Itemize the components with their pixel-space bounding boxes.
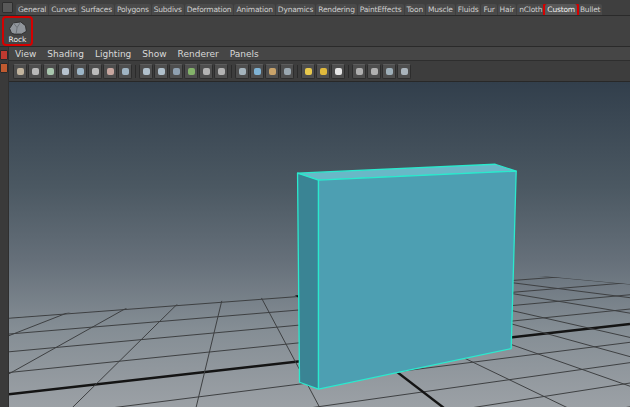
rock-icon [8,21,28,35]
field-chart-icon-glyph [188,68,195,75]
camera-attributes-icon[interactable] [43,64,57,79]
toolbar-separator [348,65,349,78]
shelf-tabs: GeneralCurvesSurfacesPolygonsSubdivsDefo… [16,4,630,15]
shelf-tab-hair[interactable]: Hair [498,4,517,15]
image-plane-icon[interactable] [73,64,87,79]
isolate-select-icon[interactable] [397,64,411,79]
shelf-tab-custom[interactable]: Custom [545,4,577,15]
select-camera-icon[interactable] [13,64,27,79]
shelf-tab-dynamics[interactable]: Dynamics [276,4,315,15]
shelf-tab-painteffects[interactable]: PaintEffects [358,4,404,15]
grid-icon[interactable] [118,64,132,79]
wireframe-icon-glyph [239,68,246,75]
film-gate-icon-glyph [143,68,150,75]
panel-menu-lighting[interactable]: Lighting [95,49,131,59]
shelf-item-label: Rock [9,35,27,44]
shelf-tab-fluids[interactable]: Fluids [456,4,481,15]
toolbar-separator [135,65,136,78]
shelf-tab-fur[interactable]: Fur [481,4,496,15]
gate-mask-icon[interactable] [169,64,183,79]
gate-mask-icon-glyph [173,68,180,75]
shadows-icon[interactable] [316,64,330,79]
film-gate-icon[interactable] [139,64,153,79]
shelf-tab-polygons[interactable]: Polygons [115,4,151,15]
grid-line [196,247,235,407]
bookmarks-icon[interactable] [58,64,72,79]
use-default-material-icon-glyph [284,68,291,75]
side-toolbox-strip [0,47,9,407]
field-chart-icon[interactable] [184,64,198,79]
xray-icon[interactable] [382,64,396,79]
shelf-tab-general[interactable]: General [16,4,48,15]
wireframe-icon[interactable] [235,64,249,79]
shadows-icon-glyph [320,68,327,75]
safe-action-icon[interactable] [199,64,213,79]
shelf-tab-surfaces[interactable]: Surfaces [79,4,114,15]
shaded-icon[interactable] [250,64,264,79]
shelf-tab-bar: GeneralCurvesSurfacesPolygonsSubdivsDefo… [0,0,630,16]
shelf-tab-deformation[interactable]: Deformation [185,4,234,15]
panel-menu-show[interactable]: Show [142,49,166,59]
shelf-tabs-menu-icon[interactable] [2,2,13,13]
select-camera-icon-glyph [17,68,24,75]
motion-blur-icon[interactable] [352,64,366,79]
image-plane-icon-glyph [77,68,84,75]
panel-menu-view[interactable]: View [15,49,36,59]
toolbar-separator [297,65,298,78]
shaded-icon-glyph [254,68,261,75]
panel-menu-bar: ViewShadingLightingShowRendererPanels [9,47,630,61]
2d-pan-zoom-icon[interactable] [88,64,102,79]
bookmarks-icon-glyph [62,68,69,75]
use-all-lights-icon-glyph [305,68,312,75]
shelf-tab-bullet[interactable]: Bullet [578,4,602,15]
grease-pencil-icon-glyph [107,68,114,75]
panel-menu-panels[interactable]: Panels [230,49,259,59]
safe-action-icon-glyph [203,68,210,75]
shelf-tab-toon[interactable]: Toon [405,4,425,15]
shelf-tab-rendering[interactable]: Rendering [316,4,357,15]
use-default-material-icon[interactable] [280,64,294,79]
screen-space-ao-icon[interactable] [331,64,345,79]
cube-left-face[interactable] [298,173,319,389]
motion-blur-icon-glyph [356,68,363,75]
screen-space-ao-icon-glyph [335,68,342,75]
shelf-tab-subdivs[interactable]: Subdivs [152,4,184,15]
viewport-panel: ViewShadingLightingShowRendererPanels [9,47,630,407]
2d-pan-zoom-icon-glyph [92,68,99,75]
shelf-tab-muscle[interactable]: Muscle [426,4,455,15]
main-area: ViewShadingLightingShowRendererPanels [0,47,630,407]
shelf-tab-curves[interactable]: Curves [49,4,78,15]
shelf-tab-ncloth[interactable]: nCloth [517,4,544,15]
lock-camera-icon[interactable] [28,64,42,79]
shelf-tab-animation[interactable]: Animation [234,4,274,15]
shelf: Rock [0,16,630,47]
xray-icon-glyph [386,68,393,75]
grease-pencil-icon[interactable] [103,64,117,79]
safe-title-icon-glyph [218,68,225,75]
toolbox-icon-top[interactable] [0,50,8,60]
isolate-select-icon-glyph [401,68,408,75]
resolution-gate-icon-glyph [158,68,165,75]
viewport-canvas[interactable] [9,82,630,407]
toolbox-icon-bottom[interactable] [0,63,8,73]
viewport[interactable] [9,82,630,407]
safe-title-icon[interactable] [214,64,228,79]
panel-menu-renderer[interactable]: Renderer [178,49,219,59]
toolbar-separator [231,65,232,78]
cube-front-face[interactable] [319,171,517,389]
multisample-icon[interactable] [367,64,381,79]
grid-line [9,247,235,407]
grid-line [9,247,235,407]
textured-icon[interactable] [265,64,279,79]
panel-toolbar [9,61,630,82]
cube[interactable] [298,164,517,389]
grid-icon-glyph [122,68,129,75]
use-all-lights-icon[interactable] [301,64,315,79]
panel-menu-shading[interactable]: Shading [47,49,84,59]
camera-attributes-icon-glyph [47,68,54,75]
resolution-gate-icon[interactable] [154,64,168,79]
maya-window: GeneralCurvesSurfacesPolygonsSubdivsDefo… [0,0,630,407]
textured-icon-glyph [269,68,276,75]
multisample-icon-glyph [371,68,378,75]
shelf-item-rock[interactable]: Rock [4,18,31,44]
